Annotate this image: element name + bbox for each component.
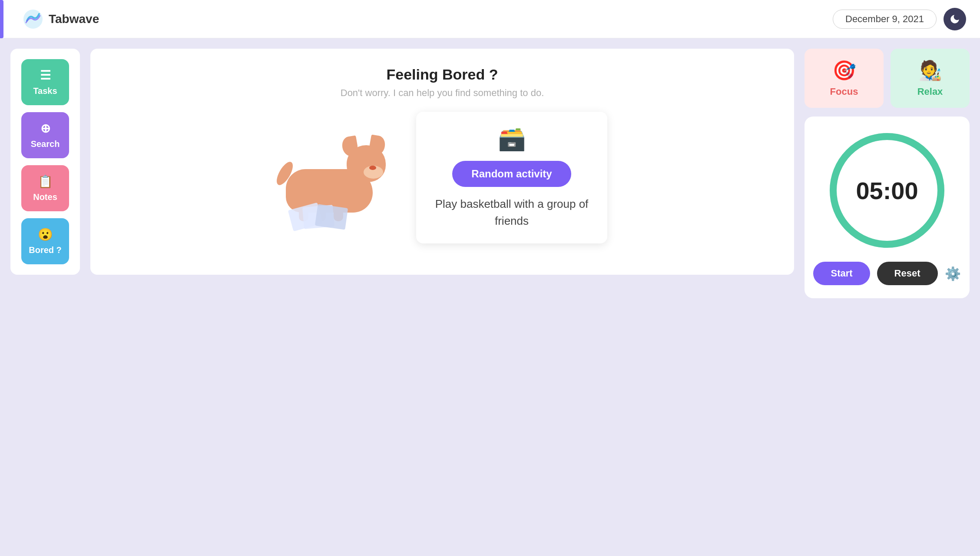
scattered-papers [290, 206, 347, 223]
notes-icon: 📋 [38, 174, 53, 189]
right-panel: 🎯 Focus 🧑‍🎨 Relax 05:00 Start Reset ⚙ [805, 49, 970, 546]
gear-icon: ⚙️ [945, 266, 961, 281]
relax-icon: 🧑‍🎨 [918, 59, 942, 82]
activity-card: 🗃️ Random activity Play basketball with … [416, 112, 607, 243]
top-bar: Tabwave December 9, 2021 [0, 0, 980, 38]
left-accent [0, 0, 3, 38]
focus-mode-card[interactable]: 🎯 Focus [805, 49, 884, 108]
relax-mode-card[interactable]: 🧑‍🎨 Relax [891, 49, 970, 108]
dog-nose [369, 166, 376, 170]
search-label: Search [31, 139, 60, 149]
reset-button[interactable]: Reset [877, 262, 938, 285]
date-display: December 9, 2021 [833, 10, 937, 29]
logo-area: Tabwave [23, 9, 99, 30]
app-title: Tabwave [49, 12, 99, 26]
search-icon: ⊕ [40, 121, 50, 136]
content-area: Feeling Bored ? Don't worry. I can help … [90, 49, 794, 275]
timer-ring: 05:00 [826, 130, 948, 251]
activity-description: Play basketball with a group of friends [432, 196, 592, 230]
random-activity-button[interactable]: Random activity [452, 161, 571, 187]
tasks-icon: ☰ [40, 68, 51, 83]
notes-label: Notes [33, 192, 57, 202]
moon-icon [949, 13, 960, 25]
focus-label: Focus [830, 86, 858, 97]
page-subtitle: Don't worry. I can help you find somethi… [341, 87, 544, 99]
page-title: Feeling Bored ? [387, 66, 498, 83]
sidebar: ☰ Tasks ⊕ Search 📋 Notes 😮 Bored ? [10, 49, 80, 275]
tabwave-logo-icon [23, 9, 43, 30]
relax-label: Relax [917, 86, 943, 97]
main-layout: ☰ Tasks ⊕ Search 📋 Notes 😮 Bored ? Feeli… [0, 38, 980, 556]
tasks-label: Tasks [33, 86, 57, 96]
dark-mode-toggle[interactable] [944, 8, 966, 30]
date-badge: December 9, 2021 [833, 8, 966, 30]
timer-display: 05:00 [856, 176, 918, 205]
sidebar-item-tasks[interactable]: ☰ Tasks [21, 59, 69, 105]
focus-icon: 🎯 [832, 59, 856, 82]
timer-controls: Start Reset ⚙️ [813, 262, 960, 285]
settings-button[interactable]: ⚙️ [945, 266, 961, 281]
bored-icon: 😮 [38, 227, 53, 242]
chest-icon: 🗃️ [498, 126, 526, 152]
paper-3 [315, 204, 348, 230]
timer-container: 05:00 Start Reset ⚙️ [805, 117, 970, 298]
sidebar-item-search[interactable]: ⊕ Search [21, 112, 69, 158]
bored-label: Bored ? [29, 245, 62, 255]
content-body: 🗃️ Random activity Play basketball with … [108, 112, 777, 243]
start-button[interactable]: Start [813, 262, 870, 285]
sidebar-item-notes[interactable]: 📋 Notes [21, 165, 69, 211]
sidebar-item-bored[interactable]: 😮 Bored ? [21, 218, 69, 264]
mode-cards: 🎯 Focus 🧑‍🎨 Relax [805, 49, 970, 108]
dog-illustration [277, 130, 399, 226]
